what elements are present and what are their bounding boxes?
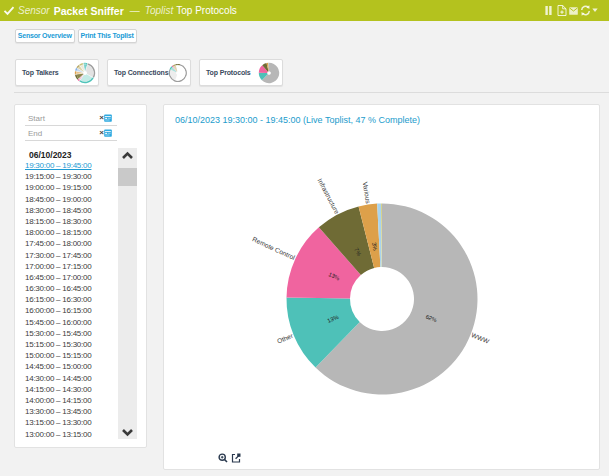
svg-text:Infrastructure: Infrastructure xyxy=(316,177,340,215)
svg-text:Other: Other xyxy=(276,332,295,345)
svg-text:Various: Various xyxy=(362,181,372,204)
svg-text:3%: 3% xyxy=(371,242,378,251)
svg-text:Remote Control: Remote Control xyxy=(251,235,296,261)
svg-text:WWW: WWW xyxy=(470,331,491,345)
